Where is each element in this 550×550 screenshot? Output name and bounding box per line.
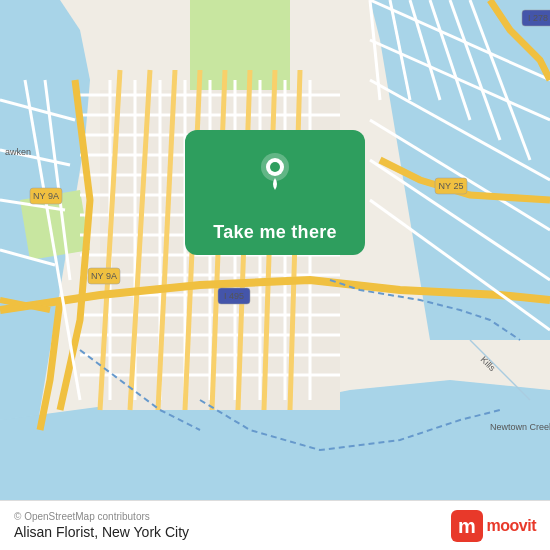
- button-overlay: Take me there: [185, 130, 365, 255]
- svg-text:NY 25: NY 25: [439, 181, 464, 191]
- moovit-icon: m: [451, 510, 483, 542]
- take-me-there-button[interactable]: Take me there: [185, 210, 365, 255]
- map-pin-area: [185, 130, 365, 210]
- svg-point-69: [270, 162, 280, 172]
- svg-text:Newtown Creek: Newtown Creek: [490, 422, 550, 432]
- moovit-logo: m moovit: [451, 510, 536, 542]
- moovit-text-label: moovit: [487, 517, 536, 535]
- svg-text:I 278: I 278: [528, 13, 548, 23]
- location-pin-icon: [253, 148, 297, 192]
- svg-text:I 495: I 495: [224, 291, 244, 301]
- bottom-bar: © OpenStreetMap contributors Alisan Flor…: [0, 500, 550, 550]
- svg-text:m: m: [458, 515, 476, 537]
- location-name: Alisan Florist, New York City: [14, 524, 189, 540]
- copyright-text: © OpenStreetMap contributors: [14, 511, 189, 522]
- svg-text:NY 9A: NY 9A: [91, 271, 117, 281]
- map-container: NY 9A NY 9A I 495 NY 25 I 278 Kills Newt…: [0, 0, 550, 500]
- svg-text:NY 9A: NY 9A: [33, 191, 59, 201]
- location-info: © OpenStreetMap contributors Alisan Flor…: [14, 511, 189, 540]
- svg-text:awken: awken: [5, 147, 31, 157]
